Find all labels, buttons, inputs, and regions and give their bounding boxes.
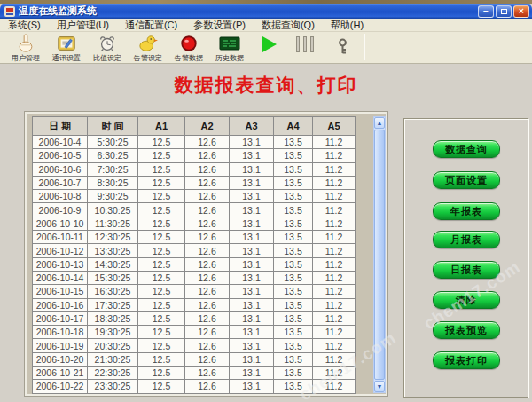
table-row[interactable]: 2006-10-19 20:30:25 12.5 12.6 13.1 13.5 …	[33, 339, 356, 352]
main-area: 数据报表查询、打印 日 期 时 间 A1 A2 A3 A4 A5	[0, 64, 532, 402]
report-table: 日 期 时 间 A1 A2 A3 A4 A5 2006-10-4 5:3	[32, 116, 356, 394]
report-table-panel: 日 期 时 间 A1 A2 A3 A4 A5 2006-10-4 5:3	[25, 112, 387, 396]
table-row[interactable]: 2006-10-9 10:30:25 12.5 12.6 13.1 13.5 1…	[33, 203, 356, 217]
table-row[interactable]: 2006-10-22 23:30:25 12.5 12.6 13.1 13.5 …	[33, 380, 356, 393]
toolbar-button-label: 比值设定	[93, 53, 121, 63]
table-row[interactable]: 2006-10-16 17:30:25 12.5 12.6 13.1 13.5 …	[33, 298, 356, 311]
table-row[interactable]: 2006-10-6 7:30:25 12.5 12.6 13.1 13.5 11…	[33, 162, 356, 176]
menu-item[interactable]: 参数设置(P)	[185, 19, 254, 32]
cell-a2: 12.6	[185, 203, 230, 217]
cell-a2: 12.6	[185, 136, 230, 149]
toolbar-button-label: 告警数据	[175, 53, 203, 63]
menu-item[interactable]: 帮助(H)	[323, 19, 372, 32]
table-row[interactable]: 2006-10-12 13:30:25 12.5 12.6 13.1 13.5 …	[33, 244, 356, 257]
duck-icon	[137, 34, 159, 53]
toolbar-button-user-management[interactable]: 用户管理	[5, 34, 46, 64]
vertical-scrollbar[interactable]: ▲ ▼	[373, 116, 386, 393]
table-row[interactable]: 2006-10-17 18:30:25 12.5 12.6 13.1 13.5 …	[33, 311, 356, 325]
cell-a5: 11.2	[313, 311, 356, 325]
toolbar-button-history-data[interactable]: 历史数据	[209, 34, 250, 64]
cell-a4: 13.5	[274, 339, 313, 352]
column-header-a1: A1	[138, 117, 185, 136]
menu-item[interactable]: 系统(S)	[0, 19, 49, 32]
cell-a4: 13.5	[274, 217, 313, 230]
table-row[interactable]: 2006-10-8 9:30:25 12.5 12.6 13.1 13.5 11…	[33, 190, 356, 203]
restore-button[interactable]	[496, 5, 512, 18]
key-icon[interactable]	[337, 38, 348, 59]
toolbar-button-label: 用户管理	[12, 53, 40, 63]
cell-a3: 13.1	[230, 190, 274, 203]
cell-a5: 11.2	[313, 352, 356, 366]
toolbar-button-comm-settings[interactable]: 通讯设置	[46, 34, 87, 64]
scroll-up-icon[interactable]: ▲	[374, 117, 385, 129]
close-button[interactable]: ×	[513, 5, 529, 18]
cell-a4: 13.5	[274, 244, 313, 257]
table-row[interactable]: 2006-10-20 21:30:25 12.5 12.6 13.1 13.5 …	[33, 352, 356, 366]
cell-a5: 11.2	[313, 298, 356, 311]
cell-a5: 11.2	[313, 380, 356, 393]
action-button-3[interactable]: 年报表	[433, 202, 500, 220]
cell-time: 12:30:25	[88, 231, 138, 244]
cell-a1: 12.5	[138, 285, 185, 298]
column-header-time: 时 间	[88, 117, 138, 136]
cell-a4: 13.5	[274, 285, 313, 298]
cell-date: 2006-10-16	[33, 298, 88, 311]
menu-item[interactable]: 通信配置(C)	[117, 19, 185, 32]
cell-date: 2006-10-20	[33, 352, 88, 366]
toolbar-button-alarm-setting[interactable]: 告警设定	[128, 34, 168, 64]
cell-a3: 13.1	[230, 149, 274, 162]
cell-a2: 12.6	[185, 298, 230, 311]
scroll-down-icon[interactable]: ▼	[374, 381, 385, 392]
toolbar-button-label: 通讯设置	[52, 53, 81, 63]
table-row[interactable]: 2006-10-11 12:30:25 12.5 12.6 13.1 13.5 …	[33, 231, 356, 244]
action-button-2[interactable]: 页面设置	[433, 171, 500, 189]
cell-a5: 11.2	[313, 217, 356, 230]
cell-a4: 13.5	[274, 380, 313, 393]
cell-a2: 12.6	[185, 231, 230, 244]
cell-date: 2006-10-5	[33, 149, 88, 162]
cell-a3: 13.1	[230, 257, 274, 271]
action-button-8[interactable]: 报表打印	[433, 351, 500, 369]
cell-a1: 12.5	[138, 339, 185, 352]
table-row[interactable]: 2006-10-15 16:30:25 12.5 12.6 13.1 13.5 …	[33, 285, 356, 298]
action-button-6[interactable]: 清除	[433, 291, 500, 309]
cell-date: 2006-10-15	[33, 285, 88, 298]
table-row[interactable]: 2006-10-7 8:30:25 12.5 12.6 13.1 13.5 11…	[33, 176, 356, 189]
cell-a3: 13.1	[230, 339, 274, 352]
table-row[interactable]: 2006-10-14 15:30:25 12.5 12.6 13.1 13.5 …	[33, 271, 356, 284]
cell-date: 2006-10-19	[33, 339, 88, 352]
cell-date: 2006-10-8	[33, 190, 88, 203]
table-row[interactable]: 2006-10-13 14:30:25 12.5 12.6 13.1 13.5 …	[33, 257, 356, 271]
toolbar-button-ratio-setting[interactable]: 比值设定	[87, 34, 128, 64]
green-screen-icon	[219, 34, 240, 53]
table-row[interactable]: 2006-10-5 6:30:25 12.5 12.6 13.1 13.5 11…	[33, 149, 356, 162]
menu-item[interactable]: 用户管理(U)	[49, 19, 117, 32]
table-row[interactable]: 2006-10-10 11:30:25 12.5 12.6 13.1 13.5 …	[33, 217, 356, 230]
cell-a1: 12.5	[138, 203, 185, 217]
action-button-5[interactable]: 日报表	[433, 261, 500, 279]
cell-a3: 13.1	[230, 176, 274, 189]
menu-item[interactable]: 数据查询(Q)	[254, 19, 323, 32]
scrollbar-thumb[interactable]	[374, 130, 385, 380]
cell-time: 11:30:25	[88, 217, 138, 230]
table-row[interactable]: 2006-10-18 19:30:25 12.5 12.6 13.1 13.5 …	[33, 326, 356, 339]
cell-a4: 13.5	[274, 231, 313, 244]
cell-date: 2006-10-21	[33, 367, 88, 380]
run-play-icon[interactable]	[262, 36, 277, 52]
pause-bars-icon[interactable]	[296, 36, 314, 52]
cell-time: 6:30:25	[88, 149, 138, 162]
cell-a2: 12.6	[185, 271, 230, 284]
column-header-a3: A3	[230, 117, 274, 136]
action-button-7[interactable]: 报表预览	[433, 321, 500, 339]
action-button-1[interactable]: 数据查询	[433, 140, 500, 158]
cell-a3: 13.1	[230, 326, 274, 339]
cell-time: 15:30:25	[88, 271, 138, 284]
cell-a5: 11.2	[313, 244, 356, 257]
toolbar-button-alarm-data[interactable]: 告警数据	[168, 34, 209, 64]
table-row[interactable]: 2006-10-4 5:30:25 12.5 12.6 13.1 13.5 11…	[33, 136, 356, 149]
minimize-button[interactable]: −	[478, 5, 494, 18]
cell-a1: 12.5	[138, 367, 185, 380]
table-row[interactable]: 2006-10-21 22:30:25 12.5 12.6 13.1 13.5 …	[33, 367, 356, 380]
cell-date: 2006-10-10	[33, 217, 88, 230]
action-button-4[interactable]: 月报表	[433, 231, 500, 248]
